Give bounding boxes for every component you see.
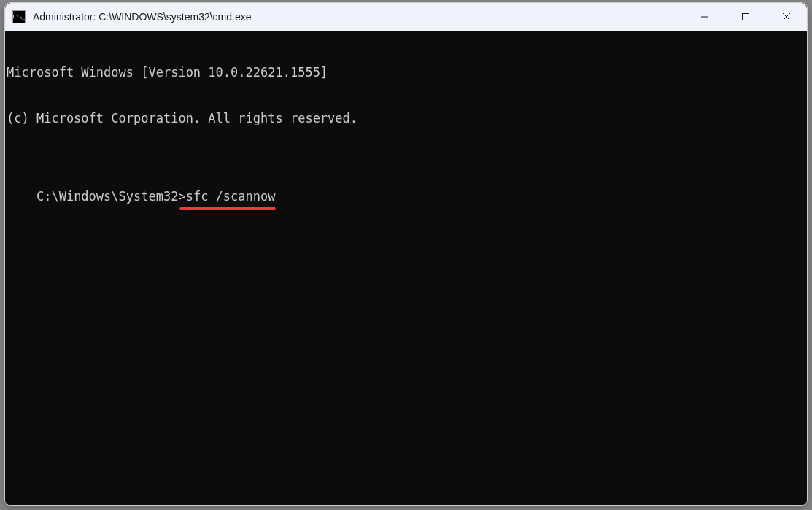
cmd-window: C:\_ Administrator: C:\WINDOWS\system32\… <box>4 2 808 506</box>
annotation-underline <box>179 207 276 210</box>
titlebar[interactable]: C:\_ Administrator: C:\WINDOWS\system32\… <box>5 3 807 31</box>
terminal-output-line: Microsoft Windows [Version 10.0.22621.15… <box>7 65 805 80</box>
terminal-output-line: (c) Microsoft Corporation. All rights re… <box>7 111 805 126</box>
svg-rect-1 <box>743 14 749 20</box>
maximize-button[interactable] <box>725 3 766 31</box>
close-button[interactable] <box>766 3 807 31</box>
window-controls <box>684 3 807 31</box>
minimize-icon <box>700 12 709 21</box>
terminal-prompt: C:\Windows\System32> <box>36 189 186 204</box>
window-title: Administrator: C:\WINDOWS\system32\cmd.e… <box>33 11 684 23</box>
cmd-icon: C:\_ <box>12 10 26 23</box>
terminal-area[interactable]: Microsoft Windows [Version 10.0.22621.15… <box>5 31 807 505</box>
terminal-blank-line <box>7 158 805 173</box>
terminal-prompt-line: C:\Windows\System32>sfc /scannow <box>36 189 276 204</box>
terminal-command: sfc /scannow <box>186 189 276 204</box>
maximize-icon <box>741 12 750 21</box>
close-icon <box>781 12 792 22</box>
minimize-button[interactable] <box>684 3 725 31</box>
